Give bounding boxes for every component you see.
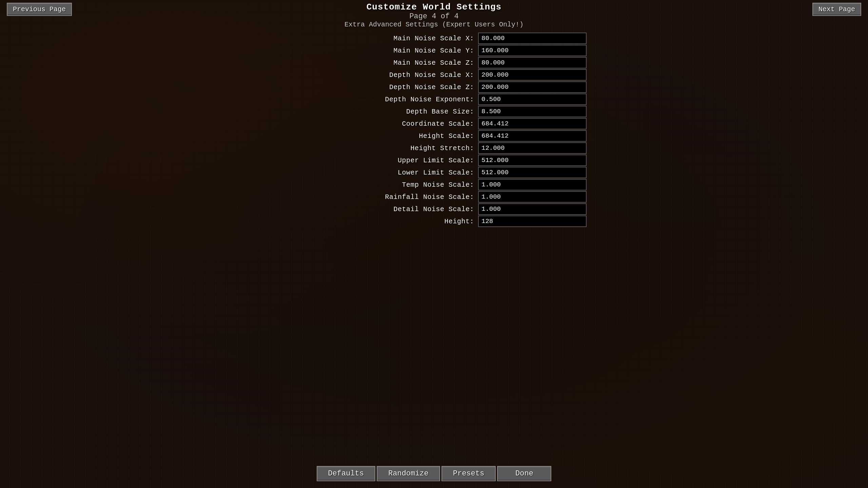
input-detail-noise-scale[interactable] — [478, 203, 587, 215]
setting-row-height-stretch: Height Stretch: — [281, 142, 587, 154]
label-height: Height: — [359, 218, 474, 225]
defaults-button[interactable]: Defaults — [317, 466, 376, 481]
label-detail-noise-scale: Detail Noise Scale: — [359, 205, 474, 213]
input-lower-limit-scale[interactable] — [478, 167, 587, 178]
setting-row-main-noise-x: Main Noise Scale X: — [281, 33, 587, 44]
label-main-noise-y: Main Noise Scale Y: — [359, 47, 474, 55]
previous-page-button[interactable]: Previous Page — [7, 3, 72, 16]
label-main-noise-x: Main Noise Scale X: — [359, 35, 474, 42]
setting-row-detail-noise-scale: Detail Noise Scale: — [281, 203, 587, 215]
input-depth-noise-exp[interactable] — [478, 94, 587, 105]
done-button[interactable]: Done — [497, 466, 551, 481]
input-height-scale[interactable] — [478, 130, 587, 142]
label-depth-noise-exp: Depth Noise Exponent: — [359, 96, 474, 103]
input-depth-noise-z[interactable] — [478, 81, 587, 93]
setting-row-coordinate-scale: Coordinate Scale: — [281, 118, 587, 129]
setting-row-lower-limit-scale: Lower Limit Scale: — [281, 167, 587, 178]
label-main-noise-z: Main Noise Scale Z: — [359, 59, 474, 67]
setting-row-depth-noise-exp: Depth Noise Exponent: — [281, 94, 587, 105]
label-height-stretch: Height Stretch: — [359, 144, 474, 152]
setting-row-rainfall-noise-scale: Rainfall Noise Scale: — [281, 191, 587, 203]
input-main-noise-y[interactable] — [478, 45, 587, 56]
input-main-noise-z[interactable] — [478, 57, 587, 68]
randomize-button[interactable]: Randomize — [377, 466, 440, 481]
label-coordinate-scale: Coordinate Scale: — [359, 120, 474, 128]
page-container: Previous Page Next Page Customize World … — [0, 0, 868, 488]
settings-form: Main Noise Scale X:Main Noise Scale Y:Ma… — [281, 33, 587, 227]
page-note: Extra Advanced Settings (Expert Users On… — [344, 21, 524, 28]
input-height-stretch[interactable] — [478, 142, 587, 154]
label-depth-noise-x: Depth Noise Scale X: — [359, 71, 474, 79]
top-nav: Previous Page Next Page — [0, 3, 868, 16]
label-upper-limit-scale: Upper Limit Scale: — [359, 157, 474, 164]
label-lower-limit-scale: Lower Limit Scale: — [359, 169, 474, 177]
label-height-scale: Height Scale: — [359, 132, 474, 140]
label-depth-noise-z: Depth Noise Scale Z: — [359, 83, 474, 91]
input-depth-base-size[interactable] — [478, 106, 587, 117]
setting-row-upper-limit-scale: Upper Limit Scale: — [281, 155, 587, 166]
setting-row-height: Height: — [281, 216, 587, 227]
label-rainfall-noise-scale: Rainfall Noise Scale: — [359, 193, 474, 201]
setting-row-depth-base-size: Depth Base Size: — [281, 106, 587, 117]
input-height[interactable] — [478, 216, 587, 227]
presets-button[interactable]: Presets — [441, 466, 496, 481]
input-upper-limit-scale[interactable] — [478, 155, 587, 166]
next-page-button[interactable]: Next Page — [812, 3, 861, 16]
label-temp-noise-scale: Temp Noise Scale: — [359, 181, 474, 189]
input-rainfall-noise-scale[interactable] — [478, 191, 587, 203]
setting-row-depth-noise-z: Depth Noise Scale Z: — [281, 81, 587, 93]
setting-row-main-noise-z: Main Noise Scale Z: — [281, 57, 587, 68]
setting-row-height-scale: Height Scale: — [281, 130, 587, 142]
label-depth-base-size: Depth Base Size: — [359, 108, 474, 116]
setting-row-depth-noise-x: Depth Noise Scale X: — [281, 69, 587, 81]
setting-row-main-noise-y: Main Noise Scale Y: — [281, 45, 587, 56]
input-depth-noise-x[interactable] — [478, 69, 587, 81]
bottom-nav: DefaultsRandomizePresetsDone — [0, 466, 868, 481]
input-main-noise-x[interactable] — [478, 33, 587, 44]
input-coordinate-scale[interactable] — [478, 118, 587, 129]
setting-row-temp-noise-scale: Temp Noise Scale: — [281, 179, 587, 190]
input-temp-noise-scale[interactable] — [478, 179, 587, 190]
